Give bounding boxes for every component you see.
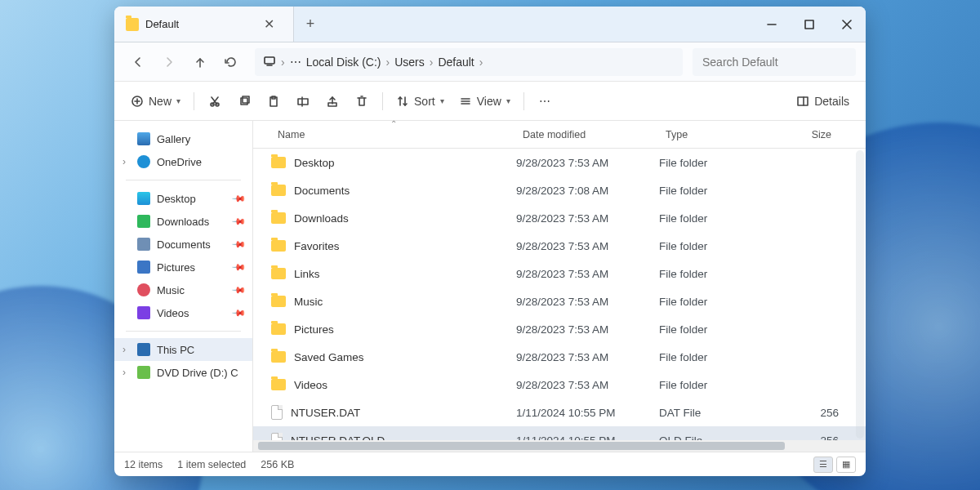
file-type: File folder <box>659 268 782 280</box>
column-date[interactable]: Date modified <box>516 121 659 148</box>
file-date: 9/28/2023 7:53 AM <box>516 212 659 225</box>
crumb-2[interactable]: Default <box>438 56 474 69</box>
delete-button[interactable] <box>348 87 376 115</box>
file-name: Music <box>294 296 323 308</box>
sidebar-item-dvd-drive-(d:)-c[interactable]: DVD Drive (D:) C <box>114 361 252 384</box>
column-size[interactable]: Size <box>782 121 839 148</box>
column-headers: ⌃ Name Date modified Type Size <box>253 121 866 149</box>
pin-icon: 📌 <box>230 282 246 297</box>
file-row[interactable]: Saved Games 9/28/2023 7:53 AM File folde… <box>253 343 866 371</box>
pc-icon <box>263 54 276 69</box>
back-button[interactable] <box>124 48 152 76</box>
new-tab-button[interactable]: + <box>294 16 327 33</box>
search-input[interactable] <box>693 48 856 76</box>
rename-button[interactable] <box>289 87 317 115</box>
file-row[interactable]: Links 9/28/2023 7:53 AM File folder <box>253 260 866 287</box>
nav-bar: › ⋯ Local Disk (C:) › Users › Default › <box>114 42 866 82</box>
sidebar[interactable]: Gallery OneDrive Desktop 📌 Downloads 📌 D… <box>114 121 253 452</box>
folder-icon <box>271 157 286 168</box>
svg-rect-5 <box>265 57 274 64</box>
file-date: 9/28/2023 7:53 AM <box>516 379 659 391</box>
sidebar-item-downloads[interactable]: Downloads 📌 <box>114 210 252 233</box>
ic-desktop-icon <box>137 192 150 205</box>
more-button[interactable]: ⋯ <box>531 87 559 115</box>
cut-button[interactable] <box>201 87 229 115</box>
folder-icon <box>271 268 286 279</box>
file-row[interactable]: Desktop 9/28/2023 7:53 AM File folder <box>253 149 866 176</box>
folder-icon <box>271 351 286 363</box>
file-type: OLD File <box>659 434 782 441</box>
file-row[interactable]: Downloads 9/28/2023 7:53 AM File folder <box>253 204 866 232</box>
file-type: File folder <box>659 323 782 336</box>
tab-title: Default <box>145 18 249 30</box>
file-row[interactable]: Pictures 9/28/2023 7:53 AM File folder <box>253 315 866 343</box>
file-row[interactable]: NTUSER.DAT.OLD 1/11/2024 10:55 PM OLD Fi… <box>253 426 866 440</box>
status-bar: 12 items 1 item selected 256 KB ☰ ▦ <box>114 452 866 476</box>
file-type: DAT File <box>659 407 782 419</box>
file-size: 256 <box>782 407 839 419</box>
thumbnails-view-toggle[interactable]: ▦ <box>836 457 856 473</box>
details-view-toggle[interactable]: ☰ <box>813 457 833 473</box>
sort-button[interactable]: Sort ▾ <box>390 87 451 115</box>
crumb-0[interactable]: Local Disk (C:) <box>306 56 381 69</box>
minimize-button[interactable] <box>753 7 791 42</box>
file-icon <box>271 405 283 420</box>
view-toggles: ☰ ▦ <box>813 457 856 473</box>
sidebar-item-label: Pictures <box>157 261 195 274</box>
column-name[interactable]: ⌃ Name <box>271 121 516 148</box>
scrollbar-thumb[interactable] <box>258 442 785 450</box>
sidebar-item-desktop[interactable]: Desktop 📌 <box>114 187 252 210</box>
refresh-button[interactable] <box>217 48 245 76</box>
crumb-1[interactable]: Users <box>394 56 425 69</box>
pin-icon: 📌 <box>230 305 246 320</box>
sidebar-item-videos[interactable]: Videos 📌 <box>114 301 252 324</box>
file-row[interactable]: Favorites 9/28/2023 7:53 AM File folder <box>253 232 866 260</box>
pin-icon: 📌 <box>230 213 246 229</box>
file-type: File folder <box>659 296 782 308</box>
close-window-button[interactable] <box>828 7 866 42</box>
share-button[interactable] <box>318 87 346 115</box>
chevron-right-icon: › <box>281 56 285 69</box>
sidebar-item-gallery[interactable]: Gallery <box>114 127 252 150</box>
file-row[interactable]: Videos 9/28/2023 7:53 AM File folder <box>253 371 866 399</box>
toolbar: New ▾ Sort ▾ View ▾ ⋯ Details <box>114 82 866 121</box>
ic-dvd-icon <box>137 366 150 379</box>
sidebar-item-music[interactable]: Music 📌 <box>114 278 252 301</box>
pin-icon: 📌 <box>230 190 246 206</box>
view-button[interactable]: View ▾ <box>452 87 517 115</box>
sidebar-item-onedrive[interactable]: OneDrive <box>114 150 252 173</box>
file-row[interactable]: Music 9/28/2023 7:53 AM File folder <box>253 287 866 315</box>
forward-button[interactable] <box>155 48 183 76</box>
details-pane-button[interactable]: Details <box>790 87 856 115</box>
column-type[interactable]: Type <box>659 121 782 148</box>
new-button[interactable]: New ▾ <box>124 87 187 115</box>
tab-current[interactable]: Default ✕ <box>114 7 294 42</box>
maximize-button[interactable] <box>791 7 828 42</box>
paste-button[interactable] <box>260 87 287 115</box>
ic-pictures-icon <box>137 261 150 274</box>
horizontal-scrollbar[interactable] <box>253 440 866 452</box>
file-list[interactable]: Desktop 9/28/2023 7:53 AM File folder Do… <box>253 149 866 440</box>
chevron-down-icon: ▾ <box>506 96 510 105</box>
sidebar-item-documents[interactable]: Documents 📌 <box>114 233 252 256</box>
sidebar-item-pictures[interactable]: Pictures 📌 <box>114 256 252 278</box>
sidebar-item-this-pc[interactable]: This PC <box>114 338 252 361</box>
folder-icon <box>271 212 286 224</box>
explorer-window: Default ✕ + › ⋯ Local Disk (C:) › Users … <box>114 7 866 476</box>
sort-label: Sort <box>414 95 435 108</box>
copy-button[interactable] <box>230 87 258 115</box>
breadcrumb[interactable]: › ⋯ Local Disk (C:) › Users › Default › <box>255 48 683 76</box>
file-date: 9/28/2023 7:53 AM <box>516 351 659 363</box>
file-name: NTUSER.DAT.OLD <box>291 434 385 441</box>
close-tab-button[interactable]: ✕ <box>256 16 282 32</box>
file-name: Links <box>294 268 320 280</box>
overflow-icon[interactable]: ⋯ <box>290 56 301 69</box>
file-row[interactable]: Documents 9/28/2023 7:08 AM File folder <box>253 176 866 204</box>
file-row[interactable]: NTUSER.DAT 1/11/2024 10:55 PM DAT File 2… <box>253 399 866 426</box>
folder-icon <box>126 18 139 31</box>
folder-icon <box>271 379 286 390</box>
file-size: 256 <box>782 434 839 441</box>
up-button[interactable] <box>186 48 214 76</box>
svg-rect-27 <box>798 97 808 105</box>
file-type: File folder <box>659 185 782 197</box>
